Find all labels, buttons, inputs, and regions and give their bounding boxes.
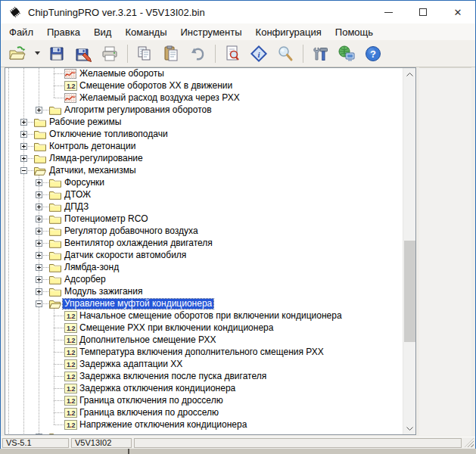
close-button[interactable]: ✕ xyxy=(440,1,475,23)
tree-item-label[interactable]: Лямда-регулирование xyxy=(48,154,145,163)
expand-toggle-plus[interactable] xyxy=(36,252,42,259)
tree-item-label[interactable]: Смещение РХХ при включении кондиционера xyxy=(78,323,275,333)
menu-item-view[interactable]: Вид xyxy=(87,25,119,39)
expand-toggle-plus[interactable] xyxy=(36,434,42,434)
tree-item[interactable]: Желаемые обороты xyxy=(5,68,403,80)
minimize-button[interactable] xyxy=(371,1,406,23)
menu-item-help[interactable]: Помощь xyxy=(328,25,380,39)
map-2d-icon[interactable]: 1.2 xyxy=(64,323,77,333)
tree-item-label[interactable]: Задержка включения после пуска двигателя xyxy=(78,372,268,381)
tree-item-label[interactable]: Задержка адаптации ХХ xyxy=(78,359,184,369)
folder-open-icon[interactable] xyxy=(49,299,62,309)
tree-item[interactable]: Алгоритм регулирования оборотов xyxy=(5,104,403,117)
tree-item-label[interactable]: Напряжение отключения кондиционера xyxy=(78,420,248,430)
folder-icon[interactable] xyxy=(49,287,62,297)
tree-item[interactable]: 1.2Температура включения дополнительного… xyxy=(5,347,403,359)
tree-item[interactable]: Регулятор добавочного воздуха xyxy=(5,225,403,238)
tree-item-label[interactable]: Желаемые обороты xyxy=(78,69,166,79)
menu-item-configuration[interactable]: Конфигурация xyxy=(249,25,328,39)
network-button[interactable] xyxy=(335,43,358,64)
tree-item-label[interactable]: Начальное смещение оборотов при включени… xyxy=(78,311,344,321)
scroll-up-button[interactable] xyxy=(403,68,415,80)
expand-toggle-plus[interactable] xyxy=(20,143,27,150)
info-button[interactable]: i xyxy=(247,43,270,64)
folder-icon[interactable] xyxy=(49,190,62,200)
folder-icon[interactable] xyxy=(49,250,62,260)
tree-item[interactable]: Датчики, механизмы xyxy=(5,165,403,177)
tree-item-label[interactable]: Датчики, механизмы xyxy=(48,166,138,176)
map-2d-icon[interactable]: 1.2 xyxy=(64,420,77,430)
tree-item[interactable] xyxy=(5,431,403,434)
tree-item[interactable]: Вентилятор охлаждения двигателя xyxy=(5,238,403,250)
tree-item-label[interactable]: Вентилятор охлаждения двигателя xyxy=(63,238,214,248)
search-button[interactable] xyxy=(274,43,297,64)
tree-item[interactable]: Рабочие режимы xyxy=(5,117,403,129)
expand-toggle-plus[interactable] xyxy=(36,179,42,186)
folder-icon[interactable] xyxy=(49,238,62,248)
tree-item-label[interactable]: Форсунки xyxy=(63,178,106,188)
vertical-scrollbar[interactable] xyxy=(403,68,415,434)
tree-item-label[interactable]: Лямбда-зонд xyxy=(63,263,120,272)
folder-icon[interactable] xyxy=(34,141,47,151)
tree-item[interactable]: 1.2Начальное смещение оборотов при включ… xyxy=(5,310,403,322)
tree-item-label[interactable]: Желаемый расход воздуха через РХХ xyxy=(78,93,241,103)
tree-item-label[interactable]: ДТОЖ xyxy=(63,190,92,200)
tree-item[interactable]: ДТОЖ xyxy=(5,189,403,201)
expand-toggle-plus[interactable] xyxy=(36,216,42,222)
undo-button[interactable] xyxy=(186,43,209,64)
tree-item-label[interactable]: Смещение оборотов ХХ в движении xyxy=(78,81,234,91)
tree-item[interactable]: 1.2Задержка включения после пуска двигат… xyxy=(5,371,403,383)
tree-item-label[interactable]: Потенциометр RCO xyxy=(63,214,150,224)
view-file-button[interactable] xyxy=(221,43,244,64)
menu-item-tools[interactable]: Инструменты xyxy=(174,25,249,39)
tree-item[interactable]: Модуль зажигания xyxy=(5,286,403,298)
save-as-button[interactable] xyxy=(72,43,95,64)
expand-toggle-plus[interactable] xyxy=(20,131,27,138)
paste-button[interactable] xyxy=(160,43,182,64)
folder-icon[interactable] xyxy=(49,178,62,188)
map-2d-icon[interactable]: 1.2 xyxy=(64,359,77,369)
tree-item[interactable]: Форсунки xyxy=(5,177,403,189)
map-2d-icon[interactable]: 1.2 xyxy=(64,81,77,91)
chart-map-icon[interactable] xyxy=(64,69,77,79)
tree-item[interactable]: 1.2Задержка отключения кондиционера xyxy=(5,383,403,395)
folder-icon[interactable] xyxy=(49,263,62,272)
tree-item[interactable]: Датчик скорости автомобиля xyxy=(5,250,403,262)
tree-item-label[interactable]: Рабочие режимы xyxy=(48,117,123,127)
expand-toggle-minus[interactable] xyxy=(20,167,27,174)
tree-item[interactable]: Адсорбер xyxy=(5,274,403,286)
expand-toggle-plus[interactable] xyxy=(36,276,42,283)
tree-item[interactable]: 1.2Задержка адаптации ХХ xyxy=(5,359,403,371)
tree-item-label[interactable]: Контроль детонации xyxy=(48,141,137,151)
tree-item-label[interactable]: Модуль зажигания xyxy=(63,287,144,297)
menu-item-edit[interactable]: Правка xyxy=(40,25,87,39)
tree-item-label[interactable]: Датчик скорости автомобиля xyxy=(63,250,188,260)
map-2d-icon[interactable]: 1.2 xyxy=(64,311,77,321)
tree-item[interactable]: 1.2Смещение РХХ при включении кондиционе… xyxy=(5,322,403,334)
folder-open-icon[interactable] xyxy=(34,166,47,176)
tree-item-label[interactable]: Граница включения по дросселю xyxy=(78,408,220,418)
map-2d-icon[interactable]: 1.2 xyxy=(64,408,77,418)
tree-item-label-selected[interactable]: Управление муфтой кондиционера xyxy=(63,299,213,309)
tree-item[interactable]: 1.2Граница включения по дросселю xyxy=(5,407,403,419)
tree-item-label[interactable]: Адсорбер xyxy=(63,275,107,285)
folder-icon[interactable] xyxy=(34,129,47,139)
tree-item-label[interactable]: Дополнительное смещение РХХ xyxy=(78,335,218,345)
expand-toggle-plus[interactable] xyxy=(36,240,42,247)
copy-button[interactable] xyxy=(133,43,156,64)
tree-item-label[interactable]: Регулятор добавочного воздуха xyxy=(63,226,200,236)
menu-item-file[interactable]: Файл xyxy=(2,25,40,39)
folder-icon[interactable] xyxy=(49,214,62,224)
tree-item[interactable]: Лямда-регулирование xyxy=(5,153,403,165)
chart-map-icon[interactable] xyxy=(64,93,77,103)
tree-item[interactable]: Управление муфтой кондиционера xyxy=(5,298,403,310)
expand-toggle-plus[interactable] xyxy=(36,191,42,198)
tree-item-label[interactable]: Граница отключения по дросселю xyxy=(78,396,225,406)
expand-toggle-plus[interactable] xyxy=(36,204,42,210)
folder-icon[interactable] xyxy=(49,275,62,285)
expand-toggle-plus[interactable] xyxy=(36,107,42,114)
print-button[interactable] xyxy=(98,43,121,64)
map-2d-icon[interactable]: 1.2 xyxy=(64,396,77,406)
expand-toggle-plus[interactable] xyxy=(20,119,27,126)
tree-item[interactable]: 1.2Смещение оборотов ХХ в движении xyxy=(5,80,403,92)
